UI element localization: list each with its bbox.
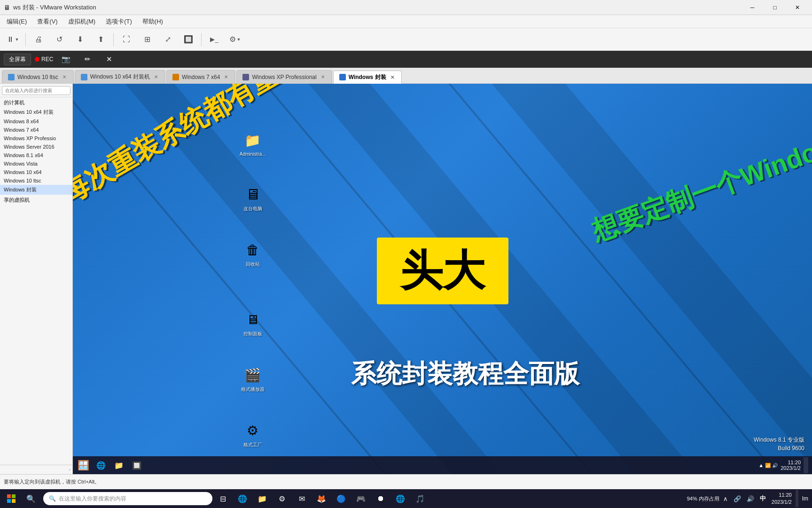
host-show-desktop-btn[interactable] bbox=[796, 490, 798, 507]
toolbar-separator-1 bbox=[25, 33, 26, 46]
host-tray-network[interactable]: 🔗 bbox=[732, 494, 743, 503]
desktop-icon-mypc-label: 这台电脑 bbox=[243, 206, 262, 212]
sidebar-item-winserver2016[interactable]: Windows Server 2016 bbox=[0, 143, 72, 151]
console-button[interactable]: ▶_ bbox=[205, 31, 223, 48]
rec-label: REC bbox=[41, 56, 53, 63]
menu-edit[interactable]: 编辑(E) bbox=[2, 16, 31, 27]
host-app-media[interactable]: 🎵 bbox=[411, 490, 429, 507]
tab-win7x64[interactable]: Windows 7 x64 ✕ bbox=[166, 70, 235, 83]
tab-win10x64[interactable]: Windows 10 x64 封装机 ✕ bbox=[75, 70, 165, 83]
tab-winpack[interactable]: Windows 封装 ✕ bbox=[333, 71, 402, 84]
host-search-button[interactable]: 🔍 bbox=[22, 490, 40, 507]
fullscreen-toggle[interactable]: 全屏幕 bbox=[4, 54, 31, 65]
host-tray-arrow[interactable]: ∧ bbox=[721, 494, 730, 503]
host-app-mail[interactable]: ✉ bbox=[292, 490, 311, 507]
search-input[interactable] bbox=[2, 86, 70, 95]
win-version-text: Windows 8.1 专业版 bbox=[754, 436, 804, 444]
vm-taskbar-tray-icons: ▲ 📶 🔊 bbox=[758, 462, 778, 468]
zoom-button[interactable]: 🔲 bbox=[180, 31, 197, 48]
fullscreen-button[interactable]: ⛶ bbox=[117, 31, 135, 48]
host-app-edge[interactable]: 🌐 bbox=[233, 490, 252, 507]
vm-date: 2023/1/2 bbox=[781, 465, 801, 471]
sidebar-resize-handle[interactable]: › bbox=[0, 465, 72, 474]
tab-win7x64-close[interactable]: ✕ bbox=[223, 74, 229, 80]
host-clock: 11:20 2023/1/2 bbox=[772, 492, 792, 506]
desktop-icon-mypc[interactable]: 🖥 这台电脑 bbox=[240, 185, 266, 212]
close-button[interactable]: ✕ bbox=[787, 0, 808, 15]
host-time: 11:20 bbox=[772, 492, 792, 499]
host-app-game[interactable]: 🎮 bbox=[351, 490, 370, 507]
vm-start-button[interactable]: 🪟 bbox=[75, 457, 92, 474]
sidebar-item-win10ltsc[interactable]: Windows 10 ltsc bbox=[0, 176, 72, 185]
vm-tray-arrow[interactable]: ▲ bbox=[758, 462, 764, 468]
host-search-bar[interactable]: 🔍 在这里输入你要搜索的内容 bbox=[43, 492, 212, 505]
host-app-explorer[interactable]: 📁 bbox=[253, 490, 272, 507]
maximize-button[interactable]: □ bbox=[764, 0, 786, 15]
desktop-icons: 📁 Administra... 🖥 这台电脑 🗑 回收站 🖥 控制面板 🎬 bbox=[240, 131, 266, 448]
desktop-icon-controlpanel[interactable]: 🖥 控制面板 bbox=[240, 310, 266, 337]
settings-button[interactable]: ⚙ ▼ bbox=[226, 31, 244, 48]
menu-help[interactable]: 帮助(H) bbox=[138, 16, 168, 27]
vm-show-desktop-btn[interactable] bbox=[804, 457, 808, 473]
sidebar: 的计算机 Windows 10 x64 封装 Windows 8 x64 Win… bbox=[0, 84, 73, 474]
refresh-button[interactable]: ↺ bbox=[50, 31, 68, 48]
sidebar-item-win10x64[interactable]: Windows 10 x64 bbox=[0, 168, 72, 176]
snapshot-down-button[interactable]: ⬇ bbox=[71, 31, 89, 48]
desktop-icon-admin[interactable]: 📁 Administra... bbox=[240, 131, 266, 157]
stretch-button[interactable]: ⤢ bbox=[159, 31, 177, 48]
host-taskview-button[interactable]: ⊟ bbox=[213, 490, 232, 507]
vm-display-area[interactable]: 📁 Administra... 🖥 这台电脑 🗑 回收站 🖥 控制面板 🎬 bbox=[73, 84, 812, 474]
host-app-blue[interactable]: 🔵 bbox=[332, 490, 351, 507]
desktop-icon-factory-label: 格式工厂 bbox=[243, 442, 262, 448]
pen-button[interactable]: ✏ bbox=[78, 50, 96, 68]
windows-logo-icon bbox=[7, 494, 16, 503]
sidebar-item-winpack[interactable]: Windows 封装 bbox=[0, 185, 72, 195]
tab-win7x64-icon bbox=[172, 74, 179, 80]
sidebar-item-win7x64[interactable]: Windows 7 x64 bbox=[0, 126, 72, 134]
host-app-gear[interactable]: ⚙ bbox=[273, 490, 291, 507]
desktop-icon-recycle[interactable]: 🗑 回收站 bbox=[240, 240, 266, 268]
sidebar-list: 的计算机 Windows 10 x64 封装 Windows 8 x64 Win… bbox=[0, 97, 72, 465]
svg-rect-2 bbox=[7, 499, 11, 503]
sidebar-item-winvista[interactable]: Windows Vista bbox=[0, 159, 72, 168]
tab-win10ltsc[interactable]: Windows 10 ltsc ✕ bbox=[2, 70, 74, 83]
unity-button[interactable]: ⊞ bbox=[138, 31, 156, 48]
pause-button[interactable]: ⏸ ▼ bbox=[4, 31, 22, 48]
print-button[interactable]: 🖨 bbox=[30, 31, 47, 48]
tab-win10ltsc-close[interactable]: ✕ bbox=[61, 74, 68, 80]
desktop-icon-factory[interactable]: ⚙ 格式工厂 bbox=[240, 421, 266, 448]
snapshot-up-button[interactable]: ⬆ bbox=[92, 31, 109, 48]
sidebar-item-win8x64[interactable]: Windows 8 x64 bbox=[0, 117, 72, 126]
vm-taskbar-ie[interactable]: 🌐 bbox=[93, 457, 109, 473]
vm-taskbar-explorer[interactable]: 📁 bbox=[110, 457, 127, 473]
desktop-icon-player[interactable]: 🎬 格式播放器 bbox=[240, 365, 266, 393]
title-bar: 🖥 ws 封装 - VMware Workstation ─ □ ✕ bbox=[0, 0, 812, 15]
camera-button[interactable]: 📷 bbox=[57, 50, 75, 68]
host-app-rec[interactable]: ⏺ bbox=[371, 490, 390, 507]
host-start-button[interactable] bbox=[2, 490, 21, 507]
tab-win10x64-close[interactable]: ✕ bbox=[153, 74, 159, 80]
host-app-browser[interactable]: 🦊 bbox=[312, 490, 331, 507]
sidebar-item-win81x64[interactable]: Windows 8.1 x64 bbox=[0, 151, 72, 159]
host-battery-info: 94% 内存占用 bbox=[687, 495, 719, 502]
menu-bar: 编辑(E) 查看(V) 虚拟机(M) 选项卡(T) 帮助(H) bbox=[0, 15, 812, 28]
host-tray-lang[interactable]: 中 bbox=[758, 493, 768, 504]
menu-tabs[interactable]: 选项卡(T) bbox=[101, 16, 137, 27]
tab-winpack-close[interactable]: ✕ bbox=[389, 74, 396, 80]
menu-view[interactable]: 查看(V) bbox=[32, 16, 62, 27]
toolbar2-close-button[interactable]: ✕ bbox=[100, 50, 118, 68]
sidebar-item-win10x64pack[interactable]: Windows 10 x64 封装 bbox=[0, 107, 72, 117]
vm-taskbar-media[interactable]: 🔲 bbox=[128, 457, 145, 473]
tab-winxp-close[interactable]: ✕ bbox=[320, 74, 326, 80]
title-bar-text: ws 封装 - VMware Workstation bbox=[13, 3, 96, 12]
host-tray-sound[interactable]: 🔊 bbox=[745, 494, 756, 503]
tab-winxp[interactable]: Windows XP Professional ✕ bbox=[236, 70, 332, 83]
main-toolbar: ⏸ ▼ 🖨 ↺ ⬇ ⬆ ⛶ ⊞ ⤢ 🔲 ▶_ ⚙ ▼ bbox=[0, 28, 812, 51]
minimize-button[interactable]: ─ bbox=[742, 0, 763, 15]
vm-tray-network: 📶 bbox=[765, 463, 771, 468]
menu-vm[interactable]: 虚拟机(M) bbox=[63, 16, 101, 27]
vm-taskbar-notif-area: ▲ 📶 🔊 11:20 2023/1/2 bbox=[758, 457, 808, 473]
sidebar-item-winxppro[interactable]: Windows XP Professio bbox=[0, 134, 72, 143]
host-im-indicator[interactable]: Im bbox=[800, 495, 810, 502]
host-app-global[interactable]: 🌐 bbox=[391, 490, 410, 507]
